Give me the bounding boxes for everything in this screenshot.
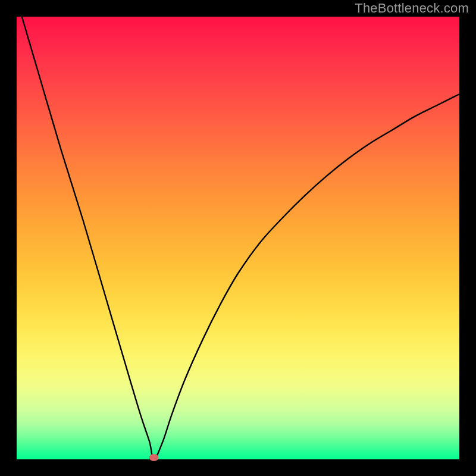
optimal-point-marker xyxy=(149,454,159,461)
chart-container: TheBottleneck.com xyxy=(0,0,476,476)
watermark-text: TheBottleneck.com xyxy=(355,1,469,16)
curve-svg xyxy=(17,17,459,459)
bottleneck-curve xyxy=(17,0,459,459)
plot-area xyxy=(17,17,459,459)
